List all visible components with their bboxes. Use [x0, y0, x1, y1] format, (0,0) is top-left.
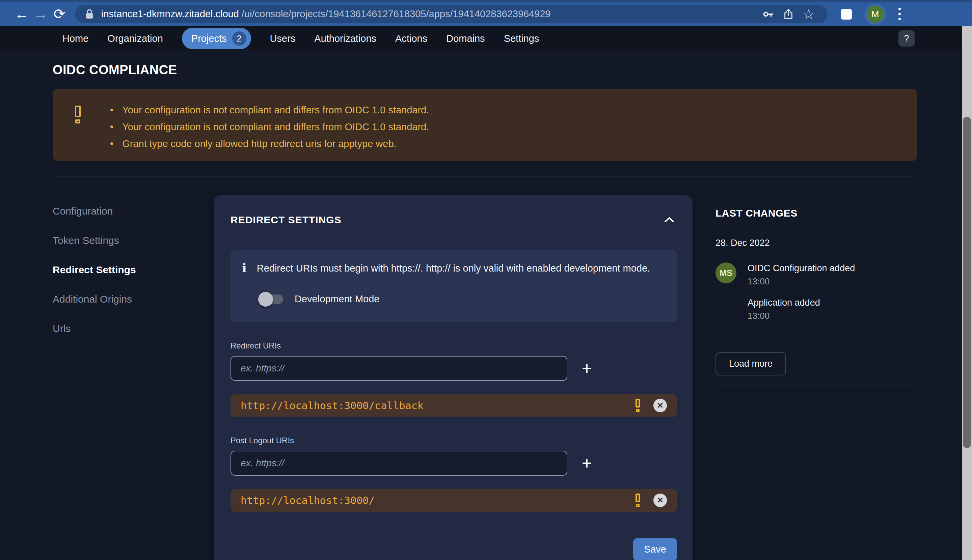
browser-reload-button[interactable]: ⟳ — [50, 5, 69, 23]
side-panel-icon[interactable] — [838, 5, 855, 23]
event-title: Application added — [748, 298, 820, 308]
help-button[interactable]: ? — [899, 30, 915, 47]
url-path: /ui/console/projects/194136146127618305/… — [242, 8, 551, 20]
warning-list: Your configuration is not compliant and … — [110, 97, 429, 152]
info-icon: ℹ — [242, 262, 247, 275]
collapse-chevron-up-icon[interactable] — [661, 214, 677, 226]
uri-warning-icon — [636, 493, 640, 507]
page-title: OIDC COMPLIANCE — [53, 63, 917, 77]
right-panel-divider — [715, 386, 917, 386]
redirect-uri-value: http://localhost:3000/callback — [240, 400, 636, 412]
post-logout-uri-value: http://localhost:3000/ — [240, 495, 636, 507]
uri-warning-icon — [636, 399, 640, 412]
scrollbar-track[interactable] — [962, 26, 972, 560]
browser-chrome: ← → ⟳ instance1-dkmnzw.zitadel.cloud /ui… — [0, 0, 972, 26]
sidebar-item-token-settings[interactable]: Token Settings — [53, 235, 188, 246]
warning-item: Your configuration is not compliant and … — [110, 102, 429, 118]
scrollbar-thumb[interactable] — [963, 117, 971, 448]
tab-home[interactable]: Home — [62, 33, 89, 44]
development-mode-toggle[interactable] — [258, 292, 284, 307]
browser-profile-avatar[interactable]: M — [867, 6, 883, 23]
sidebar-item-redirect-settings[interactable]: Redirect Settings — [53, 264, 188, 276]
sidebar-item-urls[interactable]: Urls — [53, 323, 188, 334]
browser-back-button[interactable]: ← — [12, 5, 31, 23]
event-time: 13:00 — [748, 311, 820, 321]
card-title: REDIRECT SETTINGS — [230, 214, 342, 226]
tab-actions[interactable]: Actions — [395, 33, 427, 44]
share-icon[interactable] — [780, 5, 797, 23]
warning-icon — [75, 106, 81, 123]
content-divider — [53, 176, 917, 177]
lock-icon — [85, 9, 94, 20]
remove-post-logout-uri-button[interactable]: ✕ — [653, 493, 667, 507]
settings-side-menu: Configuration Token Settings Redirect Se… — [53, 195, 188, 352]
redirect-uri-row: http://localhost:3000/callback ✕ — [230, 394, 677, 417]
post-logout-uri-row: http://localhost:3000/ ✕ — [230, 489, 677, 512]
tab-authorizations[interactable]: Authorizations — [314, 33, 376, 44]
last-changes-title: LAST CHANGES — [715, 207, 917, 219]
add-redirect-uri-button[interactable]: + — [576, 358, 598, 379]
save-button[interactable]: Save — [633, 538, 677, 560]
console-navbar: Home Organization Projects 2 Users Autho… — [0, 26, 972, 51]
remove-redirect-uri-button[interactable]: ✕ — [653, 399, 667, 412]
compliance-warning-banner: Your configuration is not compliant and … — [53, 89, 917, 161]
change-event: MS OIDC Configuration added 13:00 — [715, 262, 917, 287]
post-logout-uris-label: Post Logout URIs — [230, 436, 677, 445]
change-date: 28. Dec 2022 — [715, 238, 917, 248]
event-time: 13:00 — [748, 276, 855, 287]
redirect-uris-label: Redirect URIs — [230, 341, 677, 350]
url-domain: instance1-dkmnzw.zitadel.cloud — [101, 8, 239, 20]
projects-count-badge: 2 — [232, 32, 246, 45]
warning-item: Your configuration is not compliant and … — [110, 118, 429, 135]
password-key-icon[interactable] — [759, 5, 777, 23]
change-event: Application added 13:00 — [715, 297, 917, 321]
dev-mode-info-box: ℹ Redirect URIs must begin with https://… — [230, 250, 677, 322]
address-bar[interactable]: instance1-dkmnzw.zitadel.cloud /ui/conso… — [75, 5, 828, 23]
user-avatar: MS — [715, 262, 737, 283]
sidebar-item-additional-origins[interactable]: Additional Origins — [53, 293, 188, 305]
tab-projects[interactable]: Projects 2 — [182, 28, 251, 49]
sidebar-item-configuration[interactable]: Configuration — [53, 205, 188, 217]
tab-settings[interactable]: Settings — [504, 33, 539, 44]
info-text: Redirect URIs must begin with https://. … — [257, 262, 650, 274]
tab-users[interactable]: Users — [270, 33, 296, 44]
development-mode-label: Development Mode — [295, 293, 379, 305]
browser-menu-icon[interactable] — [895, 7, 904, 22]
warning-item: Grant type code only allowed http redire… — [110, 135, 429, 152]
add-post-logout-uri-button[interactable]: + — [576, 452, 598, 474]
last-changes-panel: LAST CHANGES 28. Dec 2022 MS OIDC Config… — [715, 195, 917, 386]
browser-forward-button[interactable]: → — [31, 5, 50, 23]
post-logout-uri-input[interactable] — [230, 451, 567, 476]
load-more-button[interactable]: Load more — [715, 352, 786, 375]
redirect-settings-card: REDIRECT SETTINGS ℹ Redirect URIs must b… — [214, 195, 693, 560]
event-title: OIDC Configuration added — [748, 263, 855, 273]
tab-domains[interactable]: Domains — [446, 33, 484, 44]
tab-projects-label: Projects — [191, 33, 227, 44]
bookmark-star-icon[interactable]: ☆ — [800, 5, 817, 23]
page-content: OIDC COMPLIANCE Your configuration is no… — [0, 52, 972, 560]
redirect-uri-input[interactable] — [230, 356, 567, 381]
tab-organization[interactable]: Organization — [107, 33, 163, 44]
